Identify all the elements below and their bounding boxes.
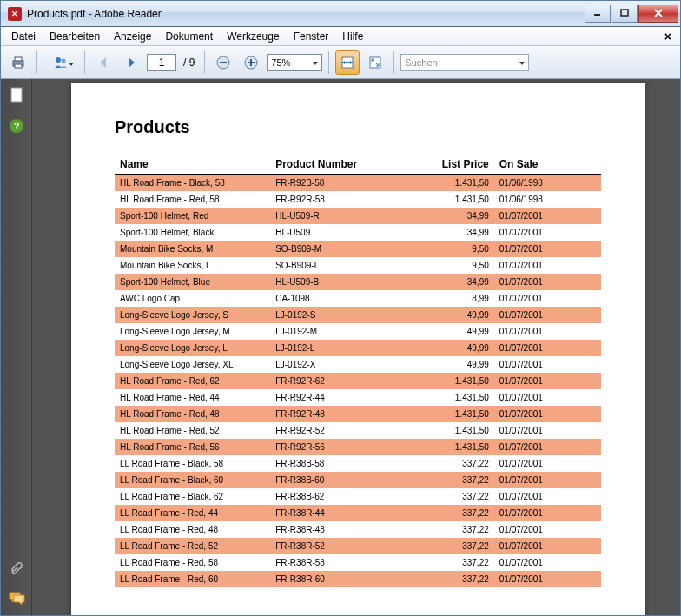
menu-datei[interactable]: Datei bbox=[4, 29, 43, 44]
table-row: HL Road Frame - Red, 52FR-R92R-521.431,5… bbox=[115, 422, 601, 439]
svg-point-7 bbox=[56, 57, 61, 63]
cell-on-sale: 01/07/2001 bbox=[494, 307, 601, 323]
page-total-label: / 9 bbox=[180, 56, 198, 69]
svg-rect-5 bbox=[15, 57, 22, 61]
cell-on-sale: 01/07/2001 bbox=[494, 373, 601, 389]
header-product-number: Product Number bbox=[270, 155, 397, 175]
print-button[interactable] bbox=[6, 50, 30, 75]
collaborate-button[interactable] bbox=[43, 50, 78, 75]
cell-list-price: 337,22 bbox=[397, 488, 494, 505]
cell-product-number: FR-R38B-58 bbox=[270, 455, 397, 472]
arrow-right-icon bbox=[123, 55, 139, 70]
prev-page-button[interactable] bbox=[91, 50, 116, 75]
cell-list-price: 337,22 bbox=[397, 554, 494, 571]
close-button[interactable] bbox=[638, 5, 678, 23]
cell-product-number: LJ-0192-X bbox=[270, 356, 397, 373]
minimize-button[interactable] bbox=[585, 5, 611, 23]
zoom-combo[interactable]: 75% bbox=[267, 54, 322, 71]
table-row: LL Road Frame - Red, 44FR-R38R-44337,220… bbox=[115, 505, 601, 521]
cell-name: HL Road Frame - Red, 44 bbox=[115, 389, 270, 406]
cell-on-sale: 01/07/2001 bbox=[494, 521, 601, 538]
cell-on-sale: 01/07/2001 bbox=[494, 554, 601, 571]
svg-text:?: ? bbox=[13, 121, 19, 131]
menu-anzeige[interactable]: Anzeige bbox=[107, 29, 158, 44]
cell-on-sale: 01/07/2001 bbox=[494, 439, 601, 455]
arrow-left-icon bbox=[96, 55, 111, 70]
table-row: HL Road Frame - Red, 58FR-R92R-581.431,5… bbox=[115, 191, 601, 208]
svg-rect-16 bbox=[370, 57, 380, 68]
table-row: HL Road Frame - Red, 48FR-R92R-481.431,5… bbox=[115, 406, 601, 422]
menu-bearbeiten[interactable]: Bearbeiten bbox=[43, 29, 107, 44]
cell-on-sale: 01/07/2001 bbox=[494, 422, 601, 439]
menu-hilfe[interactable]: Hilfe bbox=[335, 29, 370, 44]
cell-name: LL Road Frame - Red, 58 bbox=[115, 554, 270, 571]
cell-name: LL Road Frame - Black, 58 bbox=[115, 455, 270, 472]
zoom-in-button[interactable] bbox=[239, 50, 263, 75]
cell-list-price: 1.431,50 bbox=[397, 191, 494, 208]
cell-name: HL Road Frame - Red, 52 bbox=[115, 422, 270, 439]
cell-on-sale: 01/06/1998 bbox=[494, 191, 601, 208]
cell-product-number: FR-R38R-44 bbox=[270, 505, 397, 521]
document-area[interactable]: Products Name Product Number List Price … bbox=[32, 79, 680, 615]
table-row: Long-Sleeve Logo Jersey, XLLJ-0192-X49,9… bbox=[115, 356, 601, 373]
menu-fenster[interactable]: Fenster bbox=[287, 29, 336, 44]
table-row: Long-Sleeve Logo Jersey, MLJ-0192-M49,99… bbox=[115, 323, 601, 340]
cell-on-sale: 01/07/2001 bbox=[494, 208, 601, 224]
cell-name: Mountain Bike Socks, L bbox=[115, 257, 270, 274]
table-row: LL Road Frame - Red, 48FR-R38R-48337,220… bbox=[115, 521, 601, 538]
cell-name: HL Road Frame - Black, 58 bbox=[115, 175, 270, 192]
help-icon[interactable]: ? bbox=[8, 117, 25, 135]
fit-page-button[interactable] bbox=[363, 50, 387, 75]
menu-werkzeuge[interactable]: Werkzeuge bbox=[220, 29, 286, 44]
toolbar: / 9 75% Suchen bbox=[1, 46, 680, 79]
search-input[interactable]: Suchen bbox=[400, 54, 529, 71]
header-list-price: List Price bbox=[397, 155, 494, 175]
cell-on-sale: 01/07/2001 bbox=[494, 571, 601, 587]
menu-dokument[interactable]: Dokument bbox=[158, 29, 220, 44]
cell-list-price: 9,50 bbox=[397, 257, 494, 274]
cell-on-sale: 01/07/2001 bbox=[494, 455, 601, 472]
cell-product-number: HL-U509-B bbox=[270, 274, 397, 290]
titlebar[interactable]: ✕ Products.pdf - Adobe Reader bbox=[1, 1, 680, 27]
table-row: LL Road Frame - Red, 60FR-R38R-60337,220… bbox=[115, 571, 601, 587]
cell-name: Sport-100 Helmet, Blue bbox=[115, 274, 270, 290]
table-row: LL Road Frame - Black, 60FR-R38B-60337,2… bbox=[115, 472, 601, 488]
zoom-out-button[interactable] bbox=[211, 50, 235, 75]
window-title: Products.pdf - Adobe Reader bbox=[27, 8, 584, 20]
next-page-button[interactable] bbox=[119, 50, 143, 75]
cell-list-price: 337,22 bbox=[397, 538, 494, 554]
comments-icon[interactable] bbox=[8, 589, 25, 606]
search-placeholder: Suchen bbox=[405, 57, 437, 68]
cell-product-number: FR-R38R-58 bbox=[270, 554, 397, 571]
cell-product-number: SO-B909-M bbox=[270, 241, 397, 257]
svg-rect-1 bbox=[621, 10, 628, 16]
table-row: Sport-100 Helmet, RedHL-U509-R34,9901/07… bbox=[115, 208, 601, 224]
table-row: Sport-100 Helmet, BlackHL-U50934,9901/07… bbox=[115, 224, 601, 241]
cell-product-number: LJ-0192-L bbox=[270, 340, 397, 356]
cell-name: HL Road Frame - Red, 58 bbox=[115, 191, 270, 208]
table-row: HL Road Frame - Red, 56FR-R92R-561.431,5… bbox=[115, 439, 601, 455]
cell-on-sale: 01/07/2001 bbox=[494, 505, 601, 521]
table-row: Mountain Bike Socks, LSO-B909-L9,5001/07… bbox=[115, 257, 601, 274]
attachments-icon[interactable] bbox=[8, 561, 25, 579]
cell-on-sale: 01/07/2001 bbox=[494, 241, 601, 257]
fit-width-button[interactable] bbox=[335, 50, 360, 75]
pdf-icon: ✕ bbox=[8, 7, 22, 21]
table-row: Mountain Bike Socks, MSO-B909-M9,5001/07… bbox=[115, 241, 601, 257]
pages-panel-icon[interactable] bbox=[8, 86, 25, 103]
print-icon bbox=[10, 55, 26, 70]
plus-icon bbox=[243, 55, 259, 70]
maximize-button[interactable] bbox=[612, 5, 638, 23]
cell-name: Sport-100 Helmet, Red bbox=[115, 208, 270, 224]
cell-product-number: CA-1098 bbox=[270, 290, 397, 307]
cell-product-number: FR-R92R-62 bbox=[270, 373, 397, 389]
cell-list-price: 49,99 bbox=[397, 307, 494, 323]
cell-list-price: 9,50 bbox=[397, 241, 494, 257]
document-close-icon[interactable]: × bbox=[659, 30, 677, 43]
page-number-input[interactable] bbox=[147, 54, 176, 71]
svg-rect-6 bbox=[15, 64, 22, 68]
cell-on-sale: 01/07/2001 bbox=[494, 472, 601, 488]
cell-product-number: FR-R38R-48 bbox=[270, 521, 397, 538]
cell-name: LL Road Frame - Red, 48 bbox=[115, 521, 270, 538]
cell-name: LL Road Frame - Black, 60 bbox=[115, 472, 270, 488]
